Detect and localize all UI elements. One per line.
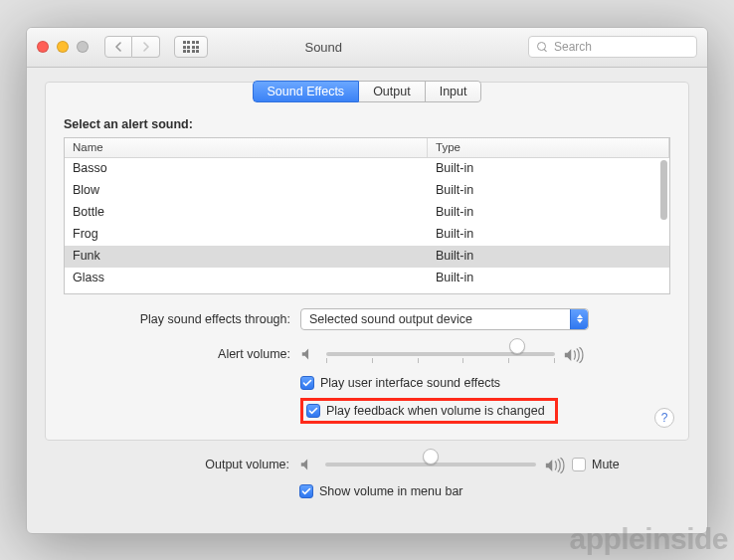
table-row[interactable]: BottleBuilt-in — [65, 202, 669, 224]
zoom-button[interactable] — [77, 41, 89, 53]
speaker-low-icon — [300, 346, 318, 362]
ui-sounds-label: Play user interface sound effects — [320, 376, 500, 390]
watermark: appleinside — [569, 522, 728, 556]
show-all-button[interactable] — [174, 36, 208, 58]
tab-input[interactable]: Input — [426, 81, 482, 102]
cell-name: Basso — [65, 158, 428, 180]
help-button[interactable]: ? — [654, 408, 674, 428]
volume-feedback-checkbox[interactable] — [306, 404, 320, 418]
alert-sound-table: Name Type BassoBuilt-inBlowBuilt-inBottl… — [64, 137, 670, 294]
forward-button[interactable] — [132, 36, 160, 58]
highlight-box: Play feedback when volume is changed — [300, 398, 558, 424]
cell-type: Built-in — [428, 268, 669, 289]
back-button[interactable] — [104, 36, 132, 58]
check-icon — [308, 406, 318, 416]
titlebar: Sound Search — [27, 28, 707, 68]
check-icon — [302, 378, 312, 388]
mute-checkbox[interactable] — [572, 458, 586, 471]
cell-name: Bottle — [65, 202, 428, 224]
menubar-checkbox[interactable] — [299, 484, 313, 498]
tab-group: Sound Effects Output Input — [253, 81, 482, 102]
grid-icon — [183, 41, 200, 53]
play-through-label: Play sound effects through: — [64, 312, 300, 326]
close-button[interactable] — [37, 41, 49, 53]
sound-prefs-window: Sound Search Sound Effects Output Input … — [26, 27, 708, 534]
play-through-value: Selected sound output device — [309, 312, 472, 326]
sound-effects-panel: Sound Effects Output Input Select an ale… — [45, 82, 689, 441]
col-name[interactable]: Name — [65, 138, 428, 157]
ui-sounds-checkbox[interactable] — [300, 376, 314, 390]
check-icon — [301, 486, 311, 496]
cell-type: Built-in — [428, 202, 669, 224]
menubar-row: Show volume in menu bar — [299, 484, 463, 498]
table-row[interactable]: FrogBuilt-in — [65, 224, 669, 246]
table-row[interactable]: GlassBuilt-in — [65, 268, 669, 289]
table-row[interactable]: BassoBuilt-in — [65, 158, 669, 180]
play-through-select[interactable]: Selected sound output device — [300, 308, 589, 330]
table-scrollbar[interactable] — [660, 160, 667, 278]
alert-volume-slider[interactable] — [326, 344, 555, 364]
cell-name: Blow — [65, 180, 428, 202]
mute-label: Mute — [592, 458, 620, 471]
scrollbar-thumb[interactable] — [660, 160, 667, 220]
table-header: Name Type — [65, 138, 669, 158]
output-volume-slider[interactable] — [325, 455, 536, 474]
speaker-high-icon — [563, 346, 581, 362]
traffic-lights — [37, 41, 89, 53]
ui-sounds-row: Play user interface sound effects — [300, 376, 500, 390]
output-section: Output volume: Mute — [45, 455, 689, 498]
mute-row: Mute — [572, 458, 620, 471]
search-input[interactable]: Search — [528, 36, 697, 58]
cell-type: Built-in — [428, 246, 669, 268]
tab-output[interactable]: Output — [359, 81, 426, 102]
cell-type: Built-in — [428, 158, 669, 180]
nav-buttons — [104, 36, 160, 58]
window-title: Sound — [304, 40, 342, 55]
table-body: BassoBuilt-inBlowBuilt-inBottleBuilt-inF… — [65, 158, 669, 294]
speaker-low-icon — [299, 457, 317, 472]
table-row[interactable]: BlowBuilt-in — [65, 180, 669, 202]
cell-type: Built-in — [428, 180, 669, 202]
volume-feedback-label: Play feedback when volume is changed — [326, 404, 545, 418]
menubar-label: Show volume in menu bar — [319, 484, 463, 498]
cell-type: Built-in — [428, 224, 669, 246]
search-placeholder: Search — [554, 40, 592, 54]
tab-sound-effects[interactable]: Sound Effects — [253, 81, 360, 102]
cell-name: Frog — [65, 224, 428, 246]
select-stepper-icon — [570, 309, 588, 329]
select-alert-label: Select an alert sound: — [64, 117, 670, 131]
speaker-high-icon — [544, 457, 562, 472]
cell-name: Funk — [65, 246, 428, 268]
volume-feedback-row: Play feedback when volume is changed — [306, 404, 545, 418]
col-type[interactable]: Type — [428, 138, 669, 157]
cell-name: Glass — [65, 268, 428, 289]
search-icon — [537, 42, 548, 53]
minimize-button[interactable] — [57, 41, 69, 53]
table-row[interactable]: FunkBuilt-in — [65, 246, 669, 268]
output-volume-label: Output volume: — [63, 458, 299, 471]
alert-volume-label: Alert volume: — [64, 347, 300, 361]
